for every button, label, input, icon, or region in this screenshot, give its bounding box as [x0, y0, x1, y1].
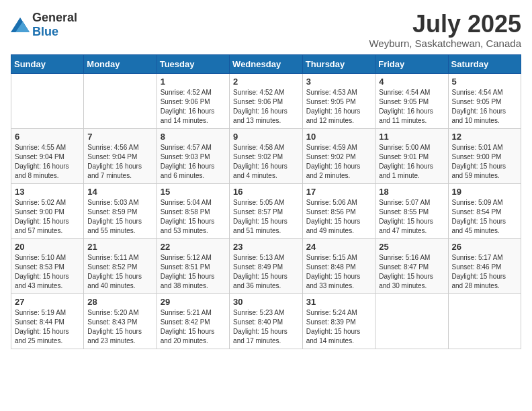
day-of-week-header: Monday: [84, 54, 157, 73]
calendar-cell: 5Sunrise: 4:54 AM Sunset: 9:05 PM Daylig…: [448, 73, 521, 128]
day-number: 24: [306, 242, 371, 252]
month-title: July 2025: [369, 11, 521, 38]
day-of-week-header: Friday: [375, 54, 448, 73]
day-info: Sunrise: 5:12 AM Sunset: 8:51 PM Dayligh…: [161, 253, 226, 291]
day-number: 5: [452, 77, 518, 87]
day-number: 14: [87, 187, 152, 197]
calendar-cell: 17Sunrise: 5:06 AM Sunset: 8:56 PM Dayli…: [302, 183, 375, 238]
day-info: Sunrise: 4:54 AM Sunset: 9:05 PM Dayligh…: [452, 88, 518, 126]
day-info: Sunrise: 5:05 AM Sunset: 8:57 PM Dayligh…: [233, 198, 299, 236]
day-info: Sunrise: 5:24 AM Sunset: 8:39 PM Dayligh…: [306, 308, 371, 346]
day-info: Sunrise: 4:56 AM Sunset: 9:04 PM Dayligh…: [87, 143, 152, 181]
day-number: 13: [15, 187, 80, 197]
day-info: Sunrise: 5:16 AM Sunset: 8:47 PM Dayligh…: [379, 253, 444, 291]
day-info: Sunrise: 4:55 AM Sunset: 9:04 PM Dayligh…: [15, 143, 80, 181]
day-info: Sunrise: 5:04 AM Sunset: 8:58 PM Dayligh…: [161, 198, 226, 236]
day-info: Sunrise: 4:53 AM Sunset: 9:05 PM Dayligh…: [306, 88, 371, 126]
calendar-cell: 12Sunrise: 5:01 AM Sunset: 9:00 PM Dayli…: [448, 128, 521, 183]
day-number: 7: [87, 132, 152, 142]
calendar-week-row: 13Sunrise: 5:02 AM Sunset: 9:00 PM Dayli…: [11, 183, 521, 238]
calendar-cell: 21Sunrise: 5:11 AM Sunset: 8:52 PM Dayli…: [84, 238, 157, 293]
calendar-cell: 16Sunrise: 5:05 AM Sunset: 8:57 PM Dayli…: [230, 183, 303, 238]
day-number: 25: [379, 242, 444, 252]
day-of-week-header: Tuesday: [157, 54, 229, 73]
day-number: 21: [87, 242, 152, 252]
calendar-cell: 18Sunrise: 5:07 AM Sunset: 8:55 PM Dayli…: [375, 183, 448, 238]
day-number: 31: [306, 297, 371, 307]
calendar-week-row: 20Sunrise: 5:10 AM Sunset: 8:53 PM Dayli…: [11, 238, 521, 293]
calendar-cell: 1Sunrise: 4:52 AM Sunset: 9:06 PM Daylig…: [157, 73, 229, 128]
day-of-week-header: Saturday: [448, 54, 521, 73]
calendar-cell: 24Sunrise: 5:15 AM Sunset: 8:48 PM Dayli…: [302, 238, 375, 293]
day-number: 29: [161, 297, 226, 307]
day-number: 9: [233, 132, 299, 142]
calendar-cell: 2Sunrise: 4:52 AM Sunset: 9:06 PM Daylig…: [230, 73, 303, 128]
day-number: 3: [306, 77, 371, 87]
day-of-week-header: Sunday: [11, 54, 84, 73]
day-number: 1: [161, 77, 226, 87]
calendar-cell: 4Sunrise: 4:54 AM Sunset: 9:05 PM Daylig…: [375, 73, 448, 128]
calendar-cell: 31Sunrise: 5:24 AM Sunset: 8:39 PM Dayli…: [302, 293, 375, 349]
day-of-week-header: Thursday: [302, 54, 375, 73]
calendar-cell: [375, 293, 448, 349]
calendar-cell: 3Sunrise: 4:53 AM Sunset: 9:05 PM Daylig…: [302, 73, 375, 128]
calendar-cell: 15Sunrise: 5:04 AM Sunset: 8:58 PM Dayli…: [157, 183, 229, 238]
day-info: Sunrise: 5:11 AM Sunset: 8:52 PM Dayligh…: [87, 253, 152, 291]
day-info: Sunrise: 5:23 AM Sunset: 8:40 PM Dayligh…: [233, 308, 299, 346]
calendar-cell: 28Sunrise: 5:20 AM Sunset: 8:43 PM Dayli…: [84, 293, 157, 349]
calendar-cell: 25Sunrise: 5:16 AM Sunset: 8:47 PM Dayli…: [375, 238, 448, 293]
day-info: Sunrise: 5:21 AM Sunset: 8:42 PM Dayligh…: [161, 308, 226, 346]
day-number: 12: [452, 132, 518, 142]
day-number: 17: [306, 187, 371, 197]
calendar-cell: 14Sunrise: 5:03 AM Sunset: 8:59 PM Dayli…: [84, 183, 157, 238]
day-number: 20: [15, 242, 80, 252]
calendar-cell: [11, 73, 84, 128]
day-info: Sunrise: 5:10 AM Sunset: 8:53 PM Dayligh…: [15, 253, 80, 291]
calendar-cell: 7Sunrise: 4:56 AM Sunset: 9:04 PM Daylig…: [84, 128, 157, 183]
calendar-cell: [448, 293, 521, 349]
calendar-cell: 6Sunrise: 4:55 AM Sunset: 9:04 PM Daylig…: [11, 128, 84, 183]
calendar-cell: 19Sunrise: 5:09 AM Sunset: 8:54 PM Dayli…: [448, 183, 521, 238]
day-info: Sunrise: 4:54 AM Sunset: 9:05 PM Dayligh…: [379, 88, 444, 126]
day-number: 4: [379, 77, 444, 87]
page-header: General Blue July 2025 Weyburn, Saskatch…: [11, 11, 521, 49]
calendar-cell: 8Sunrise: 4:57 AM Sunset: 9:03 PM Daylig…: [157, 128, 229, 183]
day-number: 23: [233, 242, 299, 252]
day-number: 26: [452, 242, 518, 252]
day-info: Sunrise: 4:52 AM Sunset: 9:06 PM Dayligh…: [161, 88, 226, 126]
day-info: Sunrise: 5:02 AM Sunset: 9:00 PM Dayligh…: [15, 198, 80, 236]
day-number: 22: [161, 242, 226, 252]
logo-icon: [11, 17, 30, 32]
location-title: Weyburn, Saskatchewan, Canada: [369, 38, 521, 49]
day-info: Sunrise: 4:52 AM Sunset: 9:06 PM Dayligh…: [233, 88, 299, 126]
day-number: 11: [379, 132, 444, 142]
logo-blue: Blue: [32, 25, 58, 38]
day-info: Sunrise: 4:57 AM Sunset: 9:03 PM Dayligh…: [161, 143, 226, 181]
calendar-cell: 29Sunrise: 5:21 AM Sunset: 8:42 PM Dayli…: [157, 293, 229, 349]
day-number: 28: [87, 297, 152, 307]
logo: General Blue: [11, 11, 77, 39]
calendar-cell: 30Sunrise: 5:23 AM Sunset: 8:40 PM Dayli…: [230, 293, 303, 349]
day-info: Sunrise: 5:17 AM Sunset: 8:46 PM Dayligh…: [452, 253, 518, 291]
calendar-week-row: 1Sunrise: 4:52 AM Sunset: 9:06 PM Daylig…: [11, 73, 521, 128]
calendar-cell: 20Sunrise: 5:10 AM Sunset: 8:53 PM Dayli…: [11, 238, 84, 293]
calendar-header-row: SundayMondayTuesdayWednesdayThursdayFrid…: [11, 54, 521, 73]
day-info: Sunrise: 5:19 AM Sunset: 8:44 PM Dayligh…: [15, 308, 80, 346]
day-number: 30: [233, 297, 299, 307]
calendar-cell: 26Sunrise: 5:17 AM Sunset: 8:46 PM Dayli…: [448, 238, 521, 293]
day-number: 19: [452, 187, 518, 197]
day-number: 10: [306, 132, 371, 142]
logo-general: General: [32, 11, 77, 24]
day-number: 18: [379, 187, 444, 197]
day-number: 2: [233, 77, 299, 87]
calendar-cell: 11Sunrise: 5:00 AM Sunset: 9:01 PM Dayli…: [375, 128, 448, 183]
day-number: 6: [15, 132, 80, 142]
calendar-week-row: 6Sunrise: 4:55 AM Sunset: 9:04 PM Daylig…: [11, 128, 521, 183]
day-info: Sunrise: 5:03 AM Sunset: 8:59 PM Dayligh…: [87, 198, 152, 236]
calendar-cell: 27Sunrise: 5:19 AM Sunset: 8:44 PM Dayli…: [11, 293, 84, 349]
calendar-cell: 9Sunrise: 4:58 AM Sunset: 9:02 PM Daylig…: [230, 128, 303, 183]
title-block: July 2025 Weyburn, Saskatchewan, Canada: [369, 11, 521, 49]
day-info: Sunrise: 5:07 AM Sunset: 8:55 PM Dayligh…: [379, 198, 444, 236]
calendar-cell: 23Sunrise: 5:13 AM Sunset: 8:49 PM Dayli…: [230, 238, 303, 293]
day-info: Sunrise: 5:15 AM Sunset: 8:48 PM Dayligh…: [306, 253, 371, 291]
